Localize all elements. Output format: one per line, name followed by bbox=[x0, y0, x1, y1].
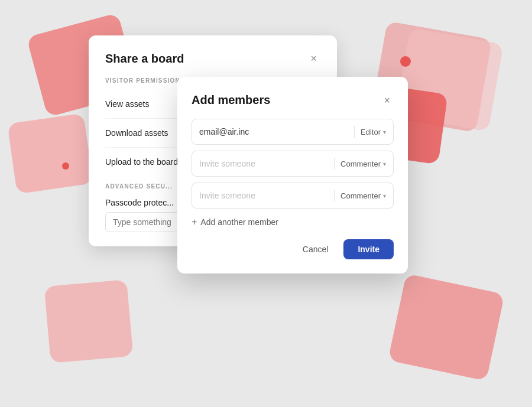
role-divider-1 bbox=[354, 126, 355, 138]
view-assets-label: View assets bbox=[105, 99, 149, 109]
add-members-header: Add members × bbox=[192, 93, 394, 107]
role-chevron-3: ▾ bbox=[383, 193, 386, 199]
download-assets-label: Download assets bbox=[105, 128, 168, 138]
invite-row-3: Commenter ▾ bbox=[192, 183, 394, 209]
add-another-label: Add another member bbox=[200, 217, 278, 227]
upload-to-board-label: Upload to the board bbox=[105, 157, 178, 167]
add-members-title: Add members bbox=[192, 93, 270, 107]
add-members-footer: Cancel Invite bbox=[192, 239, 394, 259]
bg-dot-2 bbox=[62, 162, 69, 170]
invite-email-input-3[interactable] bbox=[199, 191, 328, 200]
role-label-2: Commenter bbox=[340, 159, 381, 168]
bg-dot-1 bbox=[400, 56, 411, 67]
bg-shape-2 bbox=[7, 113, 93, 194]
add-members-close-button[interactable]: × bbox=[380, 94, 394, 107]
bg-shape-7 bbox=[388, 273, 504, 381]
role-label-3: Commenter bbox=[340, 191, 381, 200]
bg-shape-3 bbox=[44, 279, 134, 363]
role-chevron-1: ▾ bbox=[383, 129, 386, 135]
role-chevron-2: ▾ bbox=[383, 161, 386, 167]
add-another-member-button[interactable]: + Add another member bbox=[192, 217, 394, 227]
role-selector-3[interactable]: Commenter ▾ bbox=[340, 191, 386, 200]
share-modal-header: Share a board × bbox=[105, 52, 320, 66]
add-members-modal: Add members × Editor ▾ Commenter ▾ Comme… bbox=[177, 77, 408, 273]
plus-icon: + bbox=[192, 217, 197, 227]
share-modal-title: Share a board bbox=[105, 52, 184, 66]
role-label-1: Editor bbox=[361, 128, 381, 136]
invite-button[interactable]: Invite bbox=[343, 239, 394, 259]
invite-email-input-2[interactable] bbox=[199, 159, 328, 168]
role-selector-1[interactable]: Editor ▾ bbox=[361, 128, 386, 136]
cancel-button[interactable]: Cancel bbox=[293, 240, 338, 259]
role-divider-2 bbox=[334, 158, 335, 170]
invite-row-1: Editor ▾ bbox=[192, 119, 394, 145]
invite-email-input-1[interactable] bbox=[199, 127, 348, 136]
invite-row-2: Commenter ▾ bbox=[192, 151, 394, 177]
share-modal-close-button[interactable]: × bbox=[307, 52, 320, 65]
role-selector-2[interactable]: Commenter ▾ bbox=[340, 159, 386, 168]
role-divider-3 bbox=[334, 190, 335, 201]
